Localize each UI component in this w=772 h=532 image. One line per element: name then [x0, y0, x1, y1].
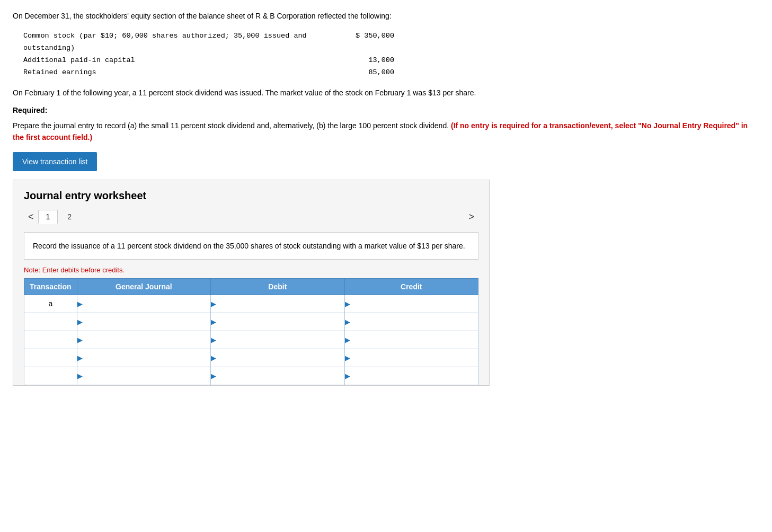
transaction-cell-2 — [24, 313, 77, 331]
table-row: ▶ ▶ ▶ — [24, 367, 478, 385]
credit-cell-3: ▶ — [344, 331, 478, 349]
journal-input-1[interactable] — [84, 295, 210, 313]
arrow-indicator-credit-3: ▶ — [345, 336, 350, 344]
required-label: Required: — [13, 106, 759, 114]
balance-row-retained: Retained earnings 85,000 — [23, 67, 394, 79]
credit-input-2[interactable] — [351, 313, 478, 331]
journal-cell-3: ▶ — [77, 331, 210, 349]
credit-input-3[interactable] — [351, 331, 478, 349]
table-row: ▶ ▶ ▶ — [24, 313, 478, 331]
worksheet-title: Journal entry worksheet — [24, 190, 478, 202]
debit-cell-4: ▶ — [211, 349, 344, 367]
transaction-cell-5 — [24, 367, 77, 385]
balance-sheet-table: Common stock (par $10; 60,000 shares aut… — [23, 30, 759, 79]
tabs-navigation: < 1 2 > — [24, 209, 478, 225]
paragraph2: On February 1 of the following year, a 1… — [13, 87, 759, 99]
arrow-indicator-credit-5: ▶ — [345, 372, 350, 380]
debit-input-4[interactable] — [217, 349, 344, 367]
journal-cell-4: ▶ — [77, 349, 210, 367]
arrow-indicator-credit-4: ▶ — [345, 354, 350, 362]
credit-cell-5: ▶ — [344, 367, 478, 385]
journal-cell-5: ▶ — [77, 367, 210, 385]
balance-row-common-stock: Common stock (par $10; 60,000 shares aut… — [23, 30, 394, 55]
balance-row-paid-in: Additional paid-in capital 13,000 — [23, 55, 394, 67]
retained-earnings-label: Retained earnings — [23, 67, 341, 79]
retained-earnings-value: 85,000 — [341, 67, 394, 79]
credit-cell-1: ▶ — [344, 295, 478, 313]
view-transaction-list-button[interactable]: View transaction list — [13, 152, 97, 171]
tab-2[interactable]: 2 — [60, 210, 79, 223]
table-header-row: Transaction General Journal Debit Credit — [24, 278, 478, 295]
credit-input-5[interactable] — [351, 367, 478, 385]
journal-table: Transaction General Journal Debit Credit… — [24, 278, 478, 385]
common-stock-value: $ 350,000 — [341, 30, 394, 55]
credit-input-4[interactable] — [351, 349, 478, 367]
nav-left-arrow[interactable]: < — [24, 209, 38, 225]
header-debit: Debit — [211, 278, 344, 295]
arrow-indicator-credit-1: ▶ — [345, 300, 350, 308]
arrow-indicator-3: ▶ — [77, 336, 83, 344]
common-stock-label-line1: Common stock (par $10; 60,000 shares aut… — [23, 32, 307, 40]
debit-input-1[interactable] — [217, 295, 344, 313]
table-row: ▶ ▶ ▶ — [24, 349, 478, 367]
journal-input-4[interactable] — [84, 349, 210, 367]
header-credit: Credit — [344, 278, 478, 295]
debit-input-3[interactable] — [217, 331, 344, 349]
header-transaction: Transaction — [24, 278, 77, 295]
debit-cell-1: ▶ — [211, 295, 344, 313]
arrow-indicator-debit-1: ▶ — [211, 300, 216, 308]
intro-paragraph: On December 31, the stockholders' equity… — [13, 11, 759, 22]
worksheet-container: Journal entry worksheet < 1 2 > Record t… — [13, 180, 490, 386]
arrow-indicator-debit-4: ▶ — [211, 354, 216, 362]
arrow-indicator-5: ▶ — [77, 372, 83, 380]
header-general-journal: General Journal — [77, 278, 210, 295]
journal-input-2[interactable] — [84, 313, 210, 331]
arrow-indicator-2: ▶ — [77, 318, 83, 326]
paid-in-value: 13,000 — [341, 55, 394, 67]
tab-1[interactable]: 1 — [38, 210, 58, 224]
transaction-cell-3 — [24, 331, 77, 349]
debit-cell-3: ▶ — [211, 331, 344, 349]
instruction-text: Prepare the journal entry to record (a) … — [13, 120, 759, 144]
arrow-indicator-debit-2: ▶ — [211, 318, 216, 326]
arrow-indicator-credit-2: ▶ — [345, 318, 350, 326]
paid-in-label: Additional paid-in capital — [23, 55, 341, 67]
journal-cell-1: ▶ — [77, 295, 210, 313]
journal-input-3[interactable] — [84, 331, 210, 349]
table-row: ▶ ▶ ▶ — [24, 331, 478, 349]
credit-cell-2: ▶ — [344, 313, 478, 331]
arrow-indicator-debit-3: ▶ — [211, 336, 216, 344]
common-stock-label-line2: outstanding) — [23, 44, 75, 52]
journal-input-5[interactable] — [84, 367, 210, 385]
table-row: a ▶ ▶ ▶ — [24, 295, 478, 313]
debit-input-5[interactable] — [217, 367, 344, 385]
instruction-part1: Prepare the journal entry to record (a) … — [13, 121, 451, 130]
nav-right-arrow[interactable]: > — [464, 209, 478, 225]
transaction-cell-a: a — [24, 295, 77, 313]
arrow-indicator-debit-5: ▶ — [211, 372, 216, 380]
debit-input-2[interactable] — [217, 313, 344, 331]
transaction-cell-4 — [24, 349, 77, 367]
description-box: Record the issuance of a 11 percent stoc… — [24, 232, 478, 260]
debit-cell-2: ▶ — [211, 313, 344, 331]
journal-cell-2: ▶ — [77, 313, 210, 331]
arrow-indicator-4: ▶ — [77, 354, 83, 362]
credit-input-1[interactable] — [351, 295, 478, 313]
note-text: Note: Enter debits before credits. — [24, 266, 478, 274]
credit-cell-4: ▶ — [344, 349, 478, 367]
arrow-indicator-1: ▶ — [77, 300, 83, 308]
debit-cell-5: ▶ — [211, 367, 344, 385]
